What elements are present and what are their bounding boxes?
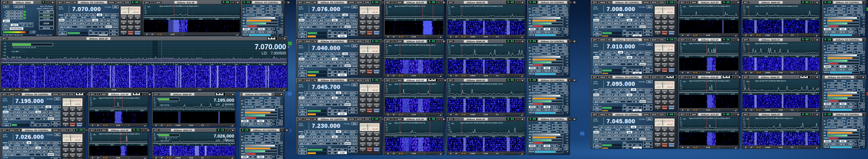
- svg-text:-120: -120: [680, 49, 682, 50]
- svg-text:7.00: 7.00: [127, 64, 130, 66]
- svg-text:2000: 2000: [140, 144, 144, 146]
- svg-text:0: 0: [415, 19, 416, 21]
- svg-text:-40: -40: [680, 80, 682, 81]
- svg-text:-80: -80: [743, 46, 745, 47]
- svg-text:0: 0: [415, 97, 416, 98]
- svg-text:7.1: 7.1: [173, 144, 175, 146]
- svg-text:7200: 7200: [749, 18, 752, 20]
- svg-text:Span 5.0 kHz FFT 512 Pts RBW: Span 5.0 kHz FFT 512 Pts RBW 11.72 Hz Ma…: [689, 80, 730, 82]
- svg-text:+20 +40: +20 +40: [667, 49, 673, 50]
- svg-text:-80: -80: [448, 8, 450, 10]
- svg-text:-40: -40: [448, 5, 450, 6]
- svg-text:-4 0 0: -4 0 0: [685, 18, 689, 20]
- svg-text:dBm: dBm: [148, 6, 151, 8]
- svg-text:dBm: dBm: [746, 81, 749, 82]
- svg-text:-120: -120: [385, 129, 388, 130]
- svg-text:1 3 5 7: 1 3 5 7: [657, 123, 661, 125]
- svg-text:0: 0: [127, 144, 127, 146]
- svg-text:6: 6: [233, 18, 234, 20]
- svg-text:7400: 7400: [780, 56, 783, 57]
- svg-text:7005: 7005: [479, 97, 482, 98]
- svg-text:-1 0: -1 0: [394, 97, 396, 98]
- svg-text:0: 0: [717, 18, 718, 20]
- svg-text:1 3 5 7: 1 3 5 7: [657, 49, 661, 50]
- svg-text:1 3 5 7: 1 3 5 7: [362, 128, 367, 130]
- svg-text:-80: -80: [385, 8, 388, 10]
- svg-text:7400: 7400: [780, 18, 783, 20]
- svg-text:-100: -100: [743, 10, 746, 11]
- svg-text:-140: -140: [153, 105, 156, 106]
- svg-text:dBm: dBm: [93, 134, 96, 135]
- svg-text:-100: -100: [743, 122, 746, 123]
- svg-text:-2 0 0: -2 0 0: [700, 130, 704, 132]
- svg-text:7300: 7300: [764, 93, 768, 95]
- svg-text:-120: -120: [680, 11, 682, 13]
- svg-text:-60: -60: [448, 85, 450, 86]
- svg-text:2 0 0: 2 0 0: [731, 56, 734, 57]
- svg-text:dBm: dBm: [746, 43, 749, 45]
- svg-text:-100: -100: [3, 51, 6, 53]
- svg-text:7020: 7020: [518, 58, 521, 60]
- svg-text:Span 4.7 kHz FFT 1024 Pts RB: Span 4.7 kHz FFT 1024 Pts RBW 5.00 Hz Ma…: [395, 44, 435, 46]
- svg-text:7600: 7600: [811, 56, 815, 57]
- svg-text:7.06: 7.06: [79, 64, 82, 66]
- svg-text:-140: -140: [144, 13, 147, 14]
- svg-text:Span 32 kHz FFT 32768 Pts RB: Span 32 kHz FFT 32768 Pts RBW 500 Hz: [755, 80, 786, 82]
- svg-text:-40: -40: [448, 122, 450, 123]
- svg-text:4000: 4000: [95, 110, 98, 112]
- svg-text:-140: -140: [743, 88, 746, 89]
- svg-text:-140: -140: [385, 91, 388, 93]
- svg-text:-140: -140: [448, 91, 451, 93]
- svg-text:dBm: dBm: [683, 118, 686, 120]
- svg-text:-120: -120: [385, 51, 388, 52]
- svg-text:-80: -80: [385, 125, 388, 126]
- svg-text:7.4: 7.4: [215, 144, 217, 146]
- svg-text:7020: 7020: [518, 19, 521, 21]
- svg-text:7.2: 7.2: [187, 144, 189, 146]
- svg-text:dBm: dBm: [389, 6, 392, 8]
- svg-text:-140: -140: [680, 88, 682, 89]
- svg-text:LO: 7.000500: LO: 7.000500: [216, 139, 234, 142]
- svg-text:-80: -80: [385, 47, 388, 49]
- svg-text:-120: -120: [448, 51, 451, 52]
- svg-text:7.01: 7.01: [139, 64, 142, 66]
- svg-text:7020: 7020: [518, 97, 521, 98]
- svg-text:-60: -60: [448, 123, 450, 125]
- svg-text:7500: 7500: [796, 56, 799, 57]
- svg-text:Span 32 kHz FFT 32768 Pts RB: Span 32 kHz FFT 32768 Pts RBW 15.00 Hz M…: [460, 44, 503, 46]
- svg-text:7020: 7020: [518, 136, 521, 137]
- svg-text:-60: -60: [680, 119, 682, 120]
- svg-text:1 3 5 7: 1 3 5 7: [64, 103, 69, 105]
- svg-text:-40: -40: [743, 117, 745, 119]
- svg-text:-40: -40: [4, 42, 6, 44]
- svg-text:7300: 7300: [764, 130, 768, 132]
- svg-text:-120: -120: [385, 12, 388, 13]
- svg-text:-100: -100: [385, 49, 388, 50]
- svg-text:Span 5.0 kHz FFT 512 Pts RBW: Span 5.0 kHz FFT 512 Pts RBW 11.72 Hz Ma…: [689, 117, 730, 119]
- svg-text:-100: -100: [680, 10, 682, 11]
- svg-text:-100: -100: [680, 122, 682, 123]
- svg-text:Span 5.0 kHz FFT 512 Pts RBW: Span 5.0 kHz FFT 512 Pts RBW 11.72 Hz Ma…: [689, 5, 730, 7]
- svg-text:6795: 6795: [452, 58, 456, 60]
- svg-text:LO: 7.000500: LO: 7.000500: [262, 51, 286, 55]
- svg-text:7000: 7000: [465, 97, 469, 98]
- svg-text:7.03: 7.03: [163, 64, 165, 66]
- svg-text:4000: 4000: [215, 18, 218, 20]
- svg-text:Span 5.0 kHz FFT 512 Pts RBW: Span 5.0 kHz FFT 512 Pts RBW 11.72 Hz Ma…: [689, 43, 730, 44]
- svg-text:-4 0 0: -4 0 0: [685, 130, 689, 132]
- svg-text:-40: -40: [448, 44, 450, 45]
- svg-text:0: 0: [717, 56, 718, 57]
- svg-text:+20 +40: +20 +40: [372, 50, 378, 52]
- svg-text:Span 32 kHz FFT 32768 Pts RB: Span 32 kHz FFT 32768 Pts RBW 15.00 Hz: [755, 43, 787, 44]
- svg-text:-40: -40: [448, 83, 450, 84]
- svg-text:7.09: 7.09: [115, 64, 118, 66]
- svg-text:-140: -140: [448, 13, 451, 15]
- svg-text:7.03: 7.03: [43, 64, 46, 66]
- svg-text:-140: -140: [680, 125, 682, 127]
- svg-text:-120: -120: [448, 90, 451, 91]
- svg-text:-100: -100: [743, 85, 746, 86]
- svg-text:+1 0: +1 0: [433, 19, 436, 21]
- svg-text:dBm: dBm: [683, 43, 686, 45]
- svg-text:4000: 4000: [95, 144, 98, 146]
- svg-text:-100: -100: [680, 47, 682, 49]
